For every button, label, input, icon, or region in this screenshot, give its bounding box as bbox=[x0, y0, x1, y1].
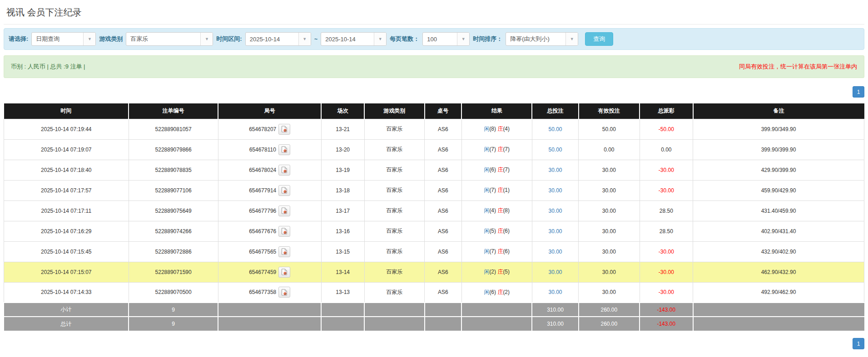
cell-payout: -30.00 bbox=[640, 241, 693, 262]
query-type-select[interactable]: 日期查询 ▼ bbox=[31, 32, 96, 46]
round-wrap: 654677358 bbox=[249, 287, 290, 298]
cell-bet-id: 522889070500 bbox=[129, 282, 218, 303]
summary-valid-bet: 260.00 bbox=[579, 303, 640, 317]
summary-total-bet: 310.00 bbox=[532, 303, 578, 317]
total-bet-link[interactable]: 50.00 bbox=[548, 147, 562, 153]
cell-time: 2025-10-14 07:17:11 bbox=[4, 201, 129, 221]
cell-time: 2025-10-14 07:18:40 bbox=[4, 160, 129, 180]
cell-time: 2025-10-14 07:15:45 bbox=[4, 241, 129, 262]
column-header: 结果 bbox=[461, 103, 532, 119]
page-button-1[interactable]: 1 bbox=[853, 338, 864, 349]
date-from-value: 2025-10-14 bbox=[246, 33, 298, 45]
cell-table-no: AS6 bbox=[425, 262, 461, 282]
cell-round: 654678207 bbox=[218, 119, 321, 139]
player-result: 闲 bbox=[484, 126, 489, 132]
game-result-icon[interactable] bbox=[278, 165, 290, 176]
cell-session: 13-19 bbox=[321, 160, 364, 180]
game-result-icon[interactable] bbox=[278, 185, 290, 196]
cell-result: 闲(7) 庄(7) bbox=[461, 139, 532, 160]
cell-remark: 492.90/462.90 bbox=[693, 282, 864, 303]
cell-remark: 459.90/429.90 bbox=[693, 180, 864, 201]
game-result-icon[interactable] bbox=[278, 144, 290, 155]
cell-session: 13-14 bbox=[321, 262, 364, 282]
game-result-glyph bbox=[281, 248, 288, 255]
cell-payout: -50.00 bbox=[640, 119, 693, 139]
cell-total-bet: 30.00 bbox=[532, 282, 578, 303]
cell-result: 闲(6) 庄(7) bbox=[461, 160, 532, 180]
chevron-down-icon: ▼ bbox=[565, 33, 578, 45]
cell-payout: -30.00 bbox=[640, 180, 693, 201]
total-bet-link[interactable]: 30.00 bbox=[548, 208, 562, 214]
player-result: 闲 bbox=[484, 187, 489, 193]
page-size-label: 每页笔数： bbox=[390, 35, 419, 43]
cell-remark: 462.90/432.90 bbox=[693, 262, 864, 282]
round-number: 654677676 bbox=[249, 228, 276, 235]
sort-order-select[interactable]: 降幂(由大到小) ▼ bbox=[506, 32, 578, 46]
game-type-select[interactable]: 百家乐 ▼ bbox=[126, 32, 213, 46]
table-row: 2025-10-14 07:16:29522889074266654677676… bbox=[4, 221, 864, 241]
cell-session: 13-15 bbox=[321, 241, 364, 262]
total-bet-link[interactable]: 50.00 bbox=[548, 126, 562, 132]
round-wrap: 654677459 bbox=[249, 267, 290, 278]
cell-total-bet: 30.00 bbox=[532, 221, 578, 241]
game-result-icon[interactable] bbox=[278, 287, 290, 298]
cell-bet-id: 522889075649 bbox=[129, 201, 218, 221]
table-row: 2025-10-14 07:18:40522889078835654678024… bbox=[4, 160, 864, 180]
table-row: 2025-10-14 07:17:11522889075649654677796… bbox=[4, 201, 864, 221]
page: 视讯 会员下注纪录 请选择: 日期查询 ▼ 游戏类别 百家乐 ▼ 时间区间: 2… bbox=[0, 0, 868, 349]
summary-row: 总计9310.00260.00-143.00 bbox=[4, 317, 864, 331]
round-wrap: 654677914 bbox=[249, 185, 290, 196]
total-bet-link[interactable]: 30.00 bbox=[548, 167, 562, 173]
date-to-select[interactable]: 2025-10-14 ▼ bbox=[321, 32, 387, 46]
cell-bet-id: 522889071590 bbox=[129, 262, 218, 282]
cell-remark: 432.90/402.90 bbox=[693, 241, 864, 262]
cell-session: 13-21 bbox=[321, 119, 364, 139]
cell-round: 654677459 bbox=[218, 262, 321, 282]
total-bet-link[interactable]: 30.00 bbox=[548, 228, 562, 235]
round-wrap: 654677796 bbox=[249, 205, 290, 216]
game-result-icon[interactable] bbox=[278, 205, 290, 216]
page-button-1[interactable]: 1 bbox=[853, 86, 864, 98]
search-button[interactable]: 查询 bbox=[585, 32, 613, 46]
cell-bet-id: 522889077106 bbox=[129, 180, 218, 201]
cell-total-bet: 30.00 bbox=[532, 262, 578, 282]
round-number: 654677565 bbox=[249, 249, 276, 255]
sort-order-label: 时间排序： bbox=[473, 35, 502, 43]
date-range-label: 时间区间: bbox=[216, 35, 242, 43]
total-bet-link[interactable]: 30.00 bbox=[548, 269, 562, 275]
round-wrap: 654678207 bbox=[249, 124, 290, 135]
summary-valid-bet: 260.00 bbox=[579, 317, 640, 331]
round-number: 654678207 bbox=[249, 126, 276, 132]
cell-session: 13-20 bbox=[321, 139, 364, 160]
cell-bet-id: 522889078835 bbox=[129, 160, 218, 180]
cell-total-bet: 30.00 bbox=[532, 180, 578, 201]
summary-row: 小计9310.00260.00-143.00 bbox=[4, 303, 864, 317]
column-header: 总派彩 bbox=[640, 103, 693, 119]
banker-result: 庄 bbox=[497, 248, 503, 254]
game-result-icon[interactable] bbox=[278, 267, 290, 278]
cell-payout: -30.00 bbox=[640, 160, 693, 180]
cell-result: 闲(5) 庄(6) bbox=[461, 221, 532, 241]
total-bet-link[interactable]: 30.00 bbox=[548, 289, 562, 295]
game-result-glyph bbox=[281, 228, 288, 235]
cell-session: 13-13 bbox=[321, 282, 364, 303]
cell-result: 闲(8) 庄(4) bbox=[461, 119, 532, 139]
date-range-tilde: ~ bbox=[314, 36, 318, 43]
round-number: 654677796 bbox=[249, 208, 276, 214]
game-result-icon[interactable] bbox=[278, 124, 290, 135]
total-bet-link[interactable]: 30.00 bbox=[548, 187, 562, 194]
summary-remark bbox=[693, 317, 864, 331]
game-type-value: 百家乐 bbox=[126, 33, 200, 45]
game-result-glyph bbox=[281, 269, 288, 275]
game-result-icon[interactable] bbox=[278, 226, 290, 237]
currency-total-text: 币别 : 人民币 | 总共 :9 注单 | bbox=[11, 63, 85, 71]
total-bet-link[interactable]: 30.00 bbox=[548, 249, 562, 255]
cell-time: 2025-10-14 07:15:07 bbox=[4, 262, 129, 282]
game-result-glyph bbox=[281, 207, 288, 214]
page-size-select[interactable]: 100 ▼ bbox=[422, 32, 470, 46]
column-header: 时间 bbox=[4, 103, 129, 119]
column-header: 有效投注 bbox=[579, 103, 640, 119]
game-result-icon[interactable] bbox=[278, 246, 290, 257]
date-from-select[interactable]: 2025-10-14 ▼ bbox=[245, 32, 311, 46]
date-to-value: 2025-10-14 bbox=[321, 33, 374, 45]
